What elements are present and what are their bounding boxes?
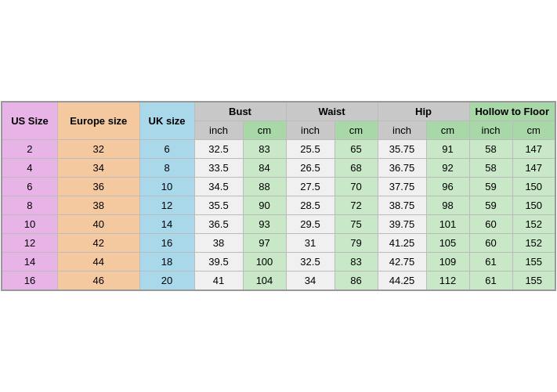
uk-size-cell: 12 (139, 196, 194, 215)
us-size-cell: 10 (2, 215, 57, 234)
us-size-cell: 16 (2, 272, 57, 291)
htf-inch-cell: 60 (469, 234, 512, 253)
htf-inch-cell: 61 (469, 253, 512, 272)
bust-cm-cell: 84 (243, 159, 286, 178)
htf-cm-label: cm (512, 121, 555, 140)
bust-inch-label: inch (194, 121, 243, 140)
hip-inch-cell: 38.75 (378, 196, 426, 215)
htf-cm-cell: 147 (512, 140, 555, 159)
htf-inch-cell: 59 (469, 196, 512, 215)
us-size-cell: 6 (2, 178, 57, 196)
bust-cm-cell: 90 (243, 196, 286, 215)
uk-size-cell: 8 (139, 159, 194, 178)
hip-cm-cell: 105 (426, 234, 469, 253)
bust-cm-cell: 104 (243, 272, 286, 291)
bust-inch-cell: 34.5 (194, 178, 243, 196)
size-chart: US Size Europe size UK size Bust Waist H… (1, 101, 556, 291)
eu-size-cell: 42 (57, 234, 139, 253)
bust-cm-cell: 97 (243, 234, 286, 253)
htf-inch-cell: 59 (469, 178, 512, 196)
header-eu: Europe size (57, 102, 139, 140)
waist-cm-cell: 75 (335, 215, 378, 234)
waist-inch-cell: 26.5 (286, 159, 335, 178)
waist-cm-cell: 72 (335, 196, 378, 215)
eu-size-cell: 44 (57, 253, 139, 272)
uk-size-cell: 14 (139, 215, 194, 234)
bust-cm-cell: 93 (243, 215, 286, 234)
table-row: 232632.58325.56535.759158147 (2, 140, 555, 159)
waist-inch-cell: 27.5 (286, 178, 335, 196)
waist-cm-label: cm (335, 121, 378, 140)
us-size-cell: 14 (2, 253, 57, 272)
header-bust: Bust (194, 102, 286, 121)
header-hip: Hip (378, 102, 469, 121)
bust-cm-cell: 88 (243, 178, 286, 196)
bust-inch-cell: 41 (194, 272, 243, 291)
hip-cm-cell: 112 (426, 272, 469, 291)
waist-inch-cell: 34 (286, 272, 335, 291)
waist-cm-cell: 65 (335, 140, 378, 159)
uk-size-cell: 16 (139, 234, 194, 253)
waist-cm-cell: 68 (335, 159, 378, 178)
uk-size-cell: 6 (139, 140, 194, 159)
hip-cm-label: cm (426, 121, 469, 140)
header-htf: Hollow to Floor (469, 102, 555, 121)
bust-inch-cell: 33.5 (194, 159, 243, 178)
htf-cm-cell: 152 (512, 215, 555, 234)
waist-cm-cell: 86 (335, 272, 378, 291)
htf-inch-cell: 58 (469, 159, 512, 178)
us-size-cell: 2 (2, 140, 57, 159)
htf-cm-cell: 155 (512, 253, 555, 272)
table-row: 8381235.59028.57238.759859150 (2, 196, 555, 215)
waist-inch-cell: 32.5 (286, 253, 335, 272)
hip-cm-cell: 96 (426, 178, 469, 196)
waist-inch-label: inch (286, 121, 335, 140)
table-row: 14441839.510032.58342.7510961155 (2, 253, 555, 272)
us-size-cell: 8 (2, 196, 57, 215)
htf-cm-cell: 152 (512, 234, 555, 253)
htf-cm-cell: 155 (512, 272, 555, 291)
htf-inch-cell: 61 (469, 272, 512, 291)
hip-cm-cell: 92 (426, 159, 469, 178)
header-us: US Size (2, 102, 57, 140)
table-row: 434833.58426.56836.759258147 (2, 159, 555, 178)
hip-inch-cell: 37.75 (378, 178, 426, 196)
waist-inch-cell: 28.5 (286, 196, 335, 215)
bust-inch-cell: 36.5 (194, 215, 243, 234)
eu-size-cell: 40 (57, 215, 139, 234)
waist-cm-cell: 70 (335, 178, 378, 196)
table-row: 16462041104348644.2511261155 (2, 272, 555, 291)
htf-inch-label: inch (469, 121, 512, 140)
bust-inch-cell: 38 (194, 234, 243, 253)
waist-inch-cell: 25.5 (286, 140, 335, 159)
hip-cm-cell: 98 (426, 196, 469, 215)
header-waist: Waist (286, 102, 378, 121)
hip-inch-cell: 42.75 (378, 253, 426, 272)
uk-size-cell: 10 (139, 178, 194, 196)
hip-inch-cell: 39.75 (378, 215, 426, 234)
hip-inch-cell: 35.75 (378, 140, 426, 159)
eu-size-cell: 36 (57, 178, 139, 196)
hip-inch-cell: 41.25 (378, 234, 426, 253)
waist-cm-cell: 79 (335, 234, 378, 253)
table-row: 6361034.58827.57037.759659150 (2, 178, 555, 196)
htf-cm-cell: 150 (512, 178, 555, 196)
header-uk: UK size (139, 102, 194, 140)
main-header-row: US Size Europe size UK size Bust Waist H… (2, 102, 555, 121)
waist-inch-cell: 29.5 (286, 215, 335, 234)
table-body: 232632.58325.56535.759158147434833.58426… (2, 140, 555, 291)
uk-size-cell: 18 (139, 253, 194, 272)
table-row: 10401436.59329.57539.7510160152 (2, 215, 555, 234)
hip-cm-cell: 101 (426, 215, 469, 234)
hip-inch-label: inch (378, 121, 426, 140)
bust-inch-cell: 32.5 (194, 140, 243, 159)
eu-size-cell: 38 (57, 196, 139, 215)
hip-cm-cell: 109 (426, 253, 469, 272)
eu-size-cell: 46 (57, 272, 139, 291)
eu-size-cell: 32 (57, 140, 139, 159)
eu-size-cell: 34 (57, 159, 139, 178)
waist-cm-cell: 83 (335, 253, 378, 272)
htf-inch-cell: 58 (469, 140, 512, 159)
bust-cm-cell: 100 (243, 253, 286, 272)
us-size-cell: 12 (2, 234, 57, 253)
